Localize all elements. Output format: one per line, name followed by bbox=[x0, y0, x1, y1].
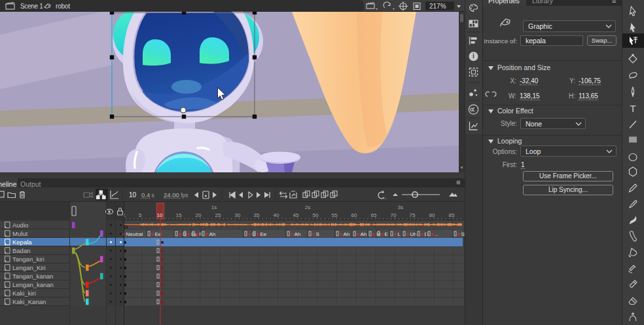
svg-text:85: 85 bbox=[449, 212, 455, 218]
svg-text:217%: 217% bbox=[429, 3, 446, 10]
svg-text:70: 70 bbox=[391, 212, 397, 218]
svg-text:50: 50 bbox=[313, 212, 319, 218]
svg-text:..: .. bbox=[435, 231, 438, 237]
svg-text:Uh: Uh bbox=[410, 231, 417, 237]
svg-text:30: 30 bbox=[235, 212, 241, 218]
svg-text:20: 20 bbox=[196, 212, 202, 218]
svg-text:75: 75 bbox=[410, 212, 416, 218]
svg-text:Ah: Ah bbox=[209, 231, 216, 237]
svg-text:2s: 2s bbox=[305, 204, 310, 210]
svg-text:55: 55 bbox=[332, 212, 338, 218]
svg-text:40: 40 bbox=[274, 212, 279, 218]
svg-text:65: 65 bbox=[371, 212, 377, 218]
svg-text:10: 10 bbox=[157, 212, 163, 218]
svg-text:Neutral: Neutral bbox=[126, 231, 143, 237]
svg-text:15: 15 bbox=[176, 212, 182, 218]
svg-text:1s: 1s bbox=[211, 204, 217, 210]
svg-text:10: 10 bbox=[129, 191, 137, 199]
svg-text:80: 80 bbox=[429, 212, 435, 218]
svg-text:E: E bbox=[385, 231, 388, 237]
svg-text:Ah: Ah bbox=[344, 231, 350, 237]
svg-text:0.4 s: 0.4 s bbox=[141, 191, 154, 199]
svg-text:3s: 3s bbox=[398, 204, 403, 210]
svg-text:T: T bbox=[630, 103, 635, 114]
svg-text:5: 5 bbox=[139, 212, 142, 218]
svg-text:60: 60 bbox=[351, 212, 357, 218]
svg-text:24.00 fps: 24.00 fps bbox=[164, 191, 188, 199]
svg-text:Ah: Ah bbox=[295, 231, 301, 237]
svg-text:25: 25 bbox=[215, 212, 221, 218]
svg-text:i: i bbox=[473, 52, 474, 60]
svg-text:Ah: Ah bbox=[361, 231, 367, 237]
svg-text:S: S bbox=[316, 231, 319, 237]
svg-text:35: 35 bbox=[254, 212, 260, 218]
svg-text:L: L bbox=[398, 231, 401, 237]
svg-text:Ee: Ee bbox=[260, 231, 267, 237]
svg-text:45: 45 bbox=[293, 212, 299, 218]
